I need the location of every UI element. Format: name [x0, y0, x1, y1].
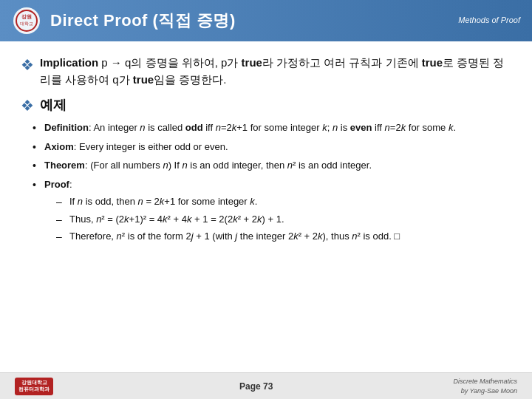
svg-point-0	[13, 7, 40, 34]
footer: 강원대학교컴퓨터과학과 Page 73 Discrete Mathematics…	[0, 372, 532, 399]
footer-logo-img: 강원대학교컴퓨터과학과	[15, 378, 53, 395]
proof-colon: :	[69, 179, 72, 190]
proof-step-1: If n is odd, then n = 2k+1 for some inte…	[56, 194, 511, 209]
proof-steps: If n is odd, then n = 2k+1 for some inte…	[56, 194, 511, 244]
header-subtitle: Methods of Proof	[458, 15, 520, 26]
implication-text2: 라 가정하고 여러 규칙과 기존에	[262, 56, 422, 69]
footer-credit-line2: by Yang-Sae Moon	[461, 387, 517, 395]
implication-text: Implication p → q의 증명을 위하여, p가 true라 가정하…	[40, 55, 511, 88]
implication-section: ❖ Implication p → q의 증명을 위하여, p가 true라 가…	[21, 55, 511, 88]
svg-text:강원: 강원	[21, 14, 32, 19]
implication-text1: p → q의 증명을 위하여, p가	[98, 56, 241, 69]
implication-text4: 임을 증명한다.	[154, 73, 226, 86]
list-item-definition: Definition: An integer n is called odd i…	[33, 120, 511, 135]
subtitle-text: Methods of Proof	[458, 16, 520, 24]
definition-text: : An integer n is called odd iff n=2k+1 …	[89, 122, 456, 133]
example-title: 예제	[40, 96, 66, 114]
footer-credit: Discrete Mathematics by Yang-Sae Moon	[453, 377, 517, 395]
proof-step-2: Thus, n² = (2k+1)² = 4k² + 4k + 1 = 2(2k…	[56, 212, 511, 227]
page-title: Direct Proof (직접 증명)	[50, 10, 236, 32]
bullet-icon-implication: ❖	[21, 56, 34, 74]
main-content: ❖ Implication p → q의 증명을 위하여, p가 true라 가…	[0, 41, 532, 372]
true2: true	[422, 56, 443, 69]
example-section: ❖ 예제	[21, 95, 511, 115]
axiom-label: Axiom	[44, 141, 74, 152]
axiom-text: : Every integer is either odd or even.	[74, 141, 228, 152]
header: 강원 대학교 Direct Proof (직접 증명) Methods of P…	[0, 0, 532, 41]
list-item-theorem: Theorem: (For all numbers n) If n is an …	[33, 158, 511, 173]
list-item-axiom: Axiom: Every integer is either odd or ev…	[33, 140, 511, 154]
definition-list: Definition: An integer n is called odd i…	[33, 120, 511, 244]
bullet-icon-example: ❖	[21, 97, 34, 115]
proof-step-3: Therefore, n² is of the form 2j + 1 (wit…	[56, 229, 511, 244]
true3: true	[133, 73, 154, 86]
implication-label: Implication	[40, 56, 98, 69]
footer-logo: 강원대학교컴퓨터과학과	[15, 376, 59, 397]
proof-label: Proof	[44, 179, 69, 190]
svg-text:대학교: 대학교	[20, 21, 33, 26]
true1: true	[242, 56, 262, 69]
list-item-proof: Proof: If n is odd, then n = 2k+1 for so…	[33, 177, 511, 244]
university-logo: 강원 대학교	[12, 6, 41, 35]
footer-logo-text: 강원대학교컴퓨터과학과	[18, 380, 50, 392]
footer-credit-line1: Discrete Mathematics	[453, 378, 517, 385]
theorem-label: Theorem	[44, 160, 85, 171]
definition-label: Definition	[44, 122, 89, 133]
footer-page-number: Page 73	[239, 381, 273, 392]
theorem-text: : (For all numbers n) If n is an odd int…	[85, 160, 372, 171]
